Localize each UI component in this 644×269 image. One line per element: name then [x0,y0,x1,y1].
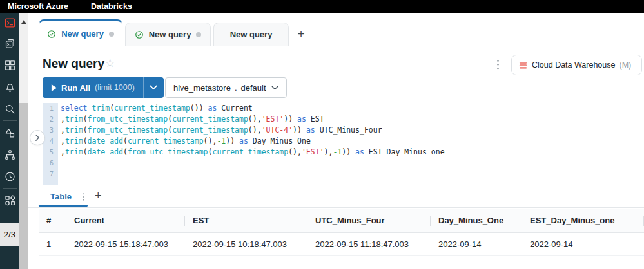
scrollbar-thumb[interactable] [19,103,28,269]
app-window: Microsoft Azure Databricks 2/3 New query… [0,0,644,269]
tab-label: New query [230,30,273,39]
code-line-2[interactable]: ,trim(from_utc_timestamp(current_timesta… [61,114,445,125]
code-token: current_timestamp [172,125,248,134]
column-header--[interactable]: # [39,209,66,232]
search-icon[interactable] [0,98,19,120]
code-token: , [61,125,65,134]
tab-label: New query [149,30,191,39]
editor-results-divider [28,185,644,185]
editor-line-number-gutter: 1234567 [43,103,58,185]
top-bar: Microsoft Azure Databricks [0,0,644,13]
code-token: ), [324,147,333,156]
new-tab-button[interactable]: + [291,23,311,46]
code-token: 'EST' [262,115,284,124]
results-kebab-menu-button[interactable] [79,192,88,202]
sql-editor-icon[interactable] [0,32,19,54]
tab-label: New query [61,29,104,39]
scroll-up-arrow-icon[interactable] [19,18,28,26]
code-line-4[interactable]: ,trim(date_add(current_timestamp(),-1)) … [61,136,445,147]
run-options-dropdown-button[interactable] [143,77,164,98]
run-all-button[interactable]: Run All (limit 1000) [43,77,143,98]
table-header-row: #CurrentESTUTC_Minus_FourDay_Minus_OneES… [39,209,644,233]
code-token: current_timestamp [172,115,248,124]
results-tab-table[interactable]: Table [50,192,72,201]
code-token: EST [311,115,324,124]
code-token: from_utc_timestamp [88,125,168,134]
run-all-label: Run All [61,83,90,93]
code-token: date_add [88,147,123,156]
query-history-icon[interactable] [0,165,19,187]
catalog-schema-separator: . [235,83,237,93]
code-token: (), [288,147,302,156]
code-token: ( [83,147,88,156]
workflows-icon[interactable] [0,144,19,165]
code-token: -1 [333,147,342,156]
line-number: 1 [43,103,58,114]
code-token: trim [92,104,110,113]
schema-selector-dropdown[interactable]: hive_metastore . default [165,77,287,98]
partner-connect-icon[interactable] [0,189,19,211]
sql-editor[interactable]: 1234567 select trim(current_timestamp())… [28,103,644,185]
code-token: EST_Day_Minus_one [369,147,445,156]
warehouse-size-label: (M) [619,60,631,70]
code-token: as [297,115,311,124]
query-tab-bar: New queryNew queryNew query+ [28,18,644,46]
column-header-filler [627,209,644,232]
data-explorer-icon[interactable] [0,122,19,144]
column-header-est-day-minus-one[interactable]: EST_Day_Minus_one [522,209,627,232]
catalog-label: hive_metastore [173,83,231,93]
code-token: ()) [190,104,208,113]
code-token: )) [226,136,239,145]
unsaved-dot-icon [196,32,201,37]
code-line-1[interactable]: select trim(current_timestamp()) as Curr… [61,103,445,114]
favorite-star-icon[interactable]: ☆ [105,57,115,70]
code-token: current_timestamp [128,136,204,145]
warehouse-selector-button[interactable]: Cloud Data Warehouse (M) [511,55,642,75]
code-token: ( [123,147,128,156]
query-kebab-menu-button[interactable] [492,59,503,70]
code-token: from_utc_timestamp [128,147,208,156]
code-token: UTC_Minus_Four [320,125,382,134]
table-cell: 2022-09-14 [431,233,522,255]
column-header-est[interactable]: EST [185,209,307,232]
play-icon [51,84,57,91]
run-limit-label: (limit 1000) [95,83,135,92]
vertical-scrollbar[interactable] [19,13,28,269]
query-tab-1[interactable]: New query [39,19,122,46]
code-token: trim [65,125,83,134]
column-header-day-minus-one[interactable]: Day_Minus_One [431,209,522,232]
code-token: as [355,147,369,156]
code-token: ( [83,136,88,145]
alerts-icon[interactable] [0,76,19,98]
query-tab-3[interactable]: New query [213,23,289,46]
line-number: 5 [43,147,58,158]
code-token: ( [123,136,128,145]
table-cell: 2022-09-14 [522,233,627,255]
terminal-icon[interactable] [0,13,19,32]
run-all-split-button: Run All (limit 1000) [43,77,164,98]
table-cell: 1 [39,233,66,255]
azure-brand-label: Microsoft Azure [8,2,68,11]
table-cell: 2022-09-15 11:18:47.003 [307,233,431,255]
code-token: Day_Minus_One [253,136,311,145]
line-number: 3 [43,125,58,136]
code-line-3[interactable]: ,trim(from_utc_timestamp(current_timesta… [61,125,445,136]
code-line-6[interactable] [61,158,445,169]
column-header-utc-minus-four[interactable]: UTC_Minus_Four [307,209,431,232]
expand-side-panel-button[interactable] [30,130,45,145]
code-line-5[interactable]: ,trim(date_add(from_utc_timestamp(curren… [61,147,445,158]
code-token: (), [204,136,217,145]
dashboards-icon[interactable] [0,54,19,76]
column-header-current[interactable]: Current [66,209,185,232]
sidebar-divider [3,188,17,189]
add-visualization-button[interactable]: + [95,189,102,203]
code-token: trim [65,115,83,124]
editor-code-area[interactable]: select trim(current_timestamp()) as Curr… [61,103,445,180]
line-number: 2 [43,114,58,125]
code-token: select [61,104,92,113]
code-line-7[interactable] [61,169,445,180]
query-tab-2[interactable]: New query [125,23,211,46]
code-token: )) [284,115,297,124]
table-row[interactable]: 12022-09-15 15:18:47.0032022-09-15 10:18… [39,233,644,256]
table-cell: 2022-09-15 15:18:47.003 [66,233,185,255]
